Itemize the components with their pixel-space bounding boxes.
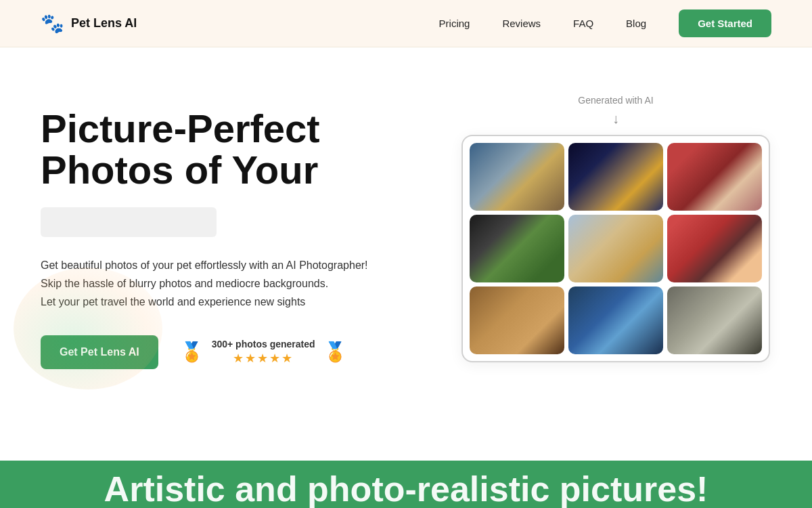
pet-image-cat-moon — [568, 143, 663, 211]
bottom-heading: Artistic and photo-realistic pictures! — [104, 469, 708, 508]
hero-description: Get beautiful photos of your pet effortl… — [41, 256, 433, 312]
ai-label: Generated with AI — [578, 95, 653, 106]
nav-pricing-link[interactable]: Pricing — [439, 18, 470, 29]
pet-image-corgi-surfing — [568, 215, 663, 282]
image-grid-container — [461, 135, 770, 362]
navbar: 🐾 Pet Lens AI Pricing Reviews FAQ Blog G… — [0, 0, 812, 47]
bottom-section: Artistic and photo-realistic pictures! — [0, 461, 812, 508]
hero-desc-line2: Skip the hassle of blurry photos and med… — [41, 278, 328, 289]
laurel-left-icon: 🏅 — [180, 343, 204, 362]
nav-faq-link[interactable]: FAQ — [573, 18, 593, 29]
hero-desc-line1: Get beautiful photos of your pet effortl… — [41, 259, 368, 271]
nav-blog-link[interactable]: Blog — [626, 18, 646, 29]
pet-image-orange-cat — [470, 287, 564, 354]
pet-image-boston-terrier-hat — [667, 143, 762, 211]
nav-reviews-link[interactable]: Reviews — [502, 18, 541, 29]
photos-count: 300+ photos generated — [212, 339, 315, 350]
hero-title-line1: Picture-Perfect — [41, 106, 320, 150]
hero-title-line2: Photos of Your — [41, 148, 318, 192]
pet-image-grid — [470, 143, 762, 354]
word-carousel — [41, 207, 217, 237]
hero-right: Generated with AI ↓ — [460, 88, 771, 362]
laurel-right-icon: 🏅 — [323, 343, 347, 362]
nav-get-started-button[interactable]: Get Started — [679, 9, 771, 37]
star-rating: ★★★★★ — [212, 351, 315, 366]
hero-title: Picture-Perfect Photos of Your — [41, 108, 433, 191]
pet-image-boston-terrier-water — [568, 287, 663, 354]
logo-text: Pet Lens AI — [71, 16, 137, 30]
hero-actions: Get Pet Lens AI 🏅 300+ photos generated … — [41, 335, 433, 369]
social-proof-text: 300+ photos generated ★★★★★ — [212, 339, 315, 366]
hero-desc-line3: Let your pet travel the world and experi… — [41, 296, 305, 308]
hero-cta-button[interactable]: Get Pet Lens AI — [41, 335, 158, 369]
hero-left: Picture-Perfect Photos of Your Get beaut… — [41, 88, 433, 369]
nav-links: Pricing Reviews FAQ Blog Get Started — [439, 9, 771, 37]
hero-section: Picture-Perfect Photos of Your Get beaut… — [0, 47, 812, 461]
pet-image-black-dog — [470, 215, 564, 282]
pet-image-rabbit-house — [667, 287, 762, 354]
pet-image-corgi-kimono — [667, 215, 762, 282]
social-proof: 🏅 300+ photos generated ★★★★★ 🏅 — [180, 339, 347, 366]
paw-icon: 🐾 — [41, 12, 64, 35]
pet-image-corgi — [470, 143, 564, 211]
logo[interactable]: 🐾 Pet Lens AI — [41, 12, 137, 35]
arrow-down-icon: ↓ — [612, 111, 619, 127]
